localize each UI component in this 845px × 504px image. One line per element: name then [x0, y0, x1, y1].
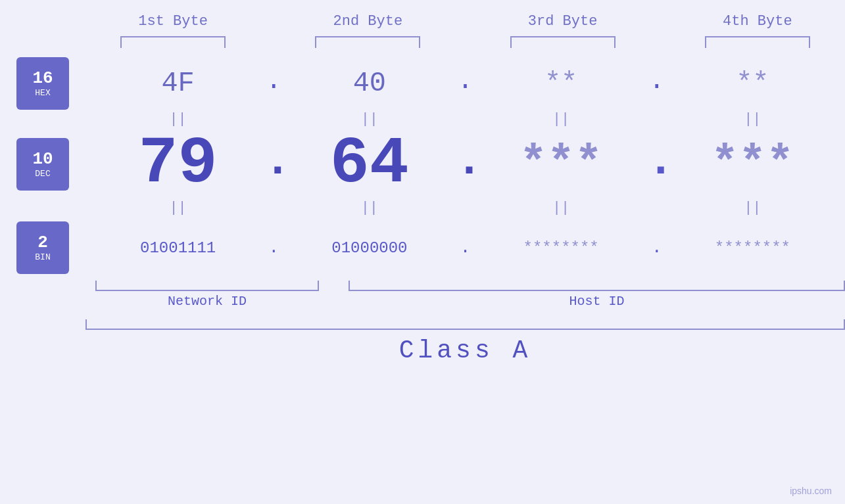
bin-b1: 01001111	[92, 239, 264, 257]
bracket-bottom-network	[95, 281, 319, 291]
hex-b2: 40	[283, 68, 455, 99]
dec-b1: 79	[92, 131, 264, 197]
bracket-top-2	[315, 36, 420, 48]
dec-badge: 10 DEC	[16, 138, 69, 191]
equals-3: ||	[475, 111, 647, 127]
bracket-top-4	[705, 36, 810, 48]
hex-sep3: .	[647, 66, 667, 101]
hex-badge: 16 HEX	[16, 57, 69, 110]
bin-b2: 01000000	[283, 239, 455, 257]
byte2-header: 2nd Byte	[280, 13, 455, 30]
full-bracket-bottom	[85, 319, 845, 330]
hex-badge-label: HEX	[35, 88, 50, 98]
bracket-bottom-host	[349, 281, 845, 291]
bin-sep3: .	[647, 238, 667, 258]
byte4-header: 4th Byte	[670, 13, 845, 30]
dec-badge-label: DEC	[35, 169, 50, 179]
equals2-4: ||	[667, 200, 838, 216]
equals2-1: ||	[92, 200, 264, 216]
bin-sep2: .	[456, 238, 475, 258]
equals2-3: ||	[475, 200, 647, 216]
equals2-2: ||	[283, 200, 455, 216]
dec-sep1: .	[264, 135, 283, 194]
dec-badge-number: 10	[32, 150, 53, 168]
hex-b4: **	[667, 68, 838, 99]
host-id-label: Host ID	[569, 294, 624, 309]
equals-2: ||	[283, 111, 455, 127]
dec-sep2: .	[456, 135, 475, 194]
hex-sep1: .	[264, 66, 283, 101]
byte1-header: 1st Byte	[85, 13, 260, 30]
network-id-label: Network ID	[168, 294, 247, 309]
hex-b1: 4F	[92, 68, 264, 99]
bin-b3: ********	[475, 239, 647, 257]
bin-sep1: .	[264, 238, 283, 258]
bin-badge: 2 BIN	[16, 221, 69, 274]
bracket-top-1	[120, 36, 226, 48]
main-container: 1st Byte 2nd Byte 3rd Byte 4th Byte 16 H…	[0, 0, 845, 504]
hex-b3: **	[475, 68, 647, 99]
equals-4: ||	[667, 111, 838, 127]
class-label: Class A	[85, 336, 845, 365]
bin-badge-number: 2	[37, 234, 48, 251]
bracket-top-3	[510, 36, 616, 48]
hex-sep2: .	[456, 66, 475, 101]
byte3-header: 3rd Byte	[475, 13, 650, 30]
dec-b2: 64	[283, 131, 455, 197]
bin-b4: ********	[667, 239, 838, 257]
dec-b4: ***	[667, 141, 838, 187]
hex-badge-number: 16	[32, 70, 53, 87]
bin-badge-label: BIN	[35, 252, 50, 262]
watermark: ipshu.com	[790, 486, 832, 496]
dec-sep3: .	[647, 135, 667, 194]
equals-1: ||	[92, 111, 264, 127]
dec-b3: ***	[475, 141, 647, 187]
